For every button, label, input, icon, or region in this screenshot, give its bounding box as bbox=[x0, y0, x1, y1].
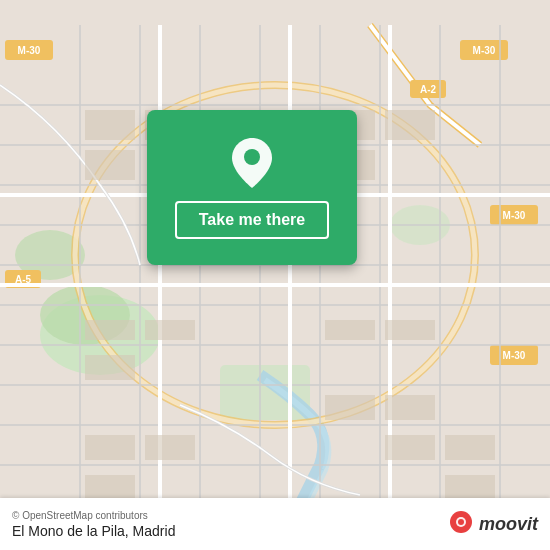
svg-rect-52 bbox=[145, 320, 195, 340]
location-name: El Mono de la Pila, Madrid bbox=[12, 523, 175, 539]
svg-rect-51 bbox=[85, 320, 135, 340]
svg-rect-54 bbox=[385, 320, 435, 340]
svg-rect-48 bbox=[85, 150, 135, 180]
take-me-there-button[interactable]: Take me there bbox=[175, 201, 329, 239]
svg-rect-61 bbox=[445, 435, 495, 460]
svg-rect-55 bbox=[85, 355, 135, 380]
svg-text:A-2: A-2 bbox=[420, 84, 437, 95]
svg-text:M-30: M-30 bbox=[18, 45, 41, 56]
svg-rect-47 bbox=[385, 110, 435, 140]
svg-rect-62 bbox=[85, 475, 135, 500]
svg-rect-57 bbox=[385, 395, 435, 420]
map-container: M-30 M-30 M-30 A-2 M-30 A-5 bbox=[0, 0, 550, 550]
svg-rect-59 bbox=[145, 435, 195, 460]
action-card: Take me there bbox=[147, 110, 357, 265]
bottom-bar: © OpenStreetMap contributors El Mono de … bbox=[0, 498, 550, 550]
svg-rect-58 bbox=[85, 435, 135, 460]
svg-text:M-30: M-30 bbox=[503, 210, 526, 221]
bottom-left: © OpenStreetMap contributors El Mono de … bbox=[12, 510, 175, 539]
svg-text:M-30: M-30 bbox=[503, 350, 526, 361]
svg-point-67 bbox=[458, 519, 464, 525]
svg-rect-53 bbox=[325, 320, 375, 340]
svg-rect-56 bbox=[325, 395, 375, 420]
svg-rect-43 bbox=[85, 110, 135, 140]
osm-attribution: © OpenStreetMap contributors bbox=[12, 510, 175, 521]
moovit-logo: moovit bbox=[447, 510, 538, 538]
location-pin-icon bbox=[226, 137, 278, 189]
svg-rect-60 bbox=[385, 435, 435, 460]
moovit-brand-text: moovit bbox=[479, 514, 538, 535]
svg-text:M-30: M-30 bbox=[473, 45, 496, 56]
moovit-brand-icon bbox=[447, 510, 475, 538]
svg-rect-63 bbox=[445, 475, 495, 500]
svg-point-64 bbox=[244, 149, 260, 165]
